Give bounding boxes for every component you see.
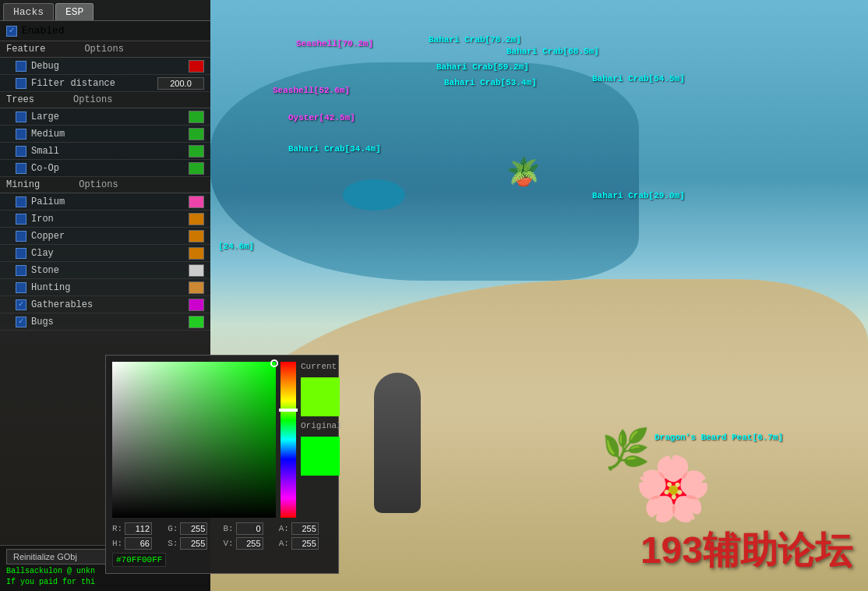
palium-color-box[interactable] — [189, 196, 204, 208]
original-swatch[interactable] — [301, 437, 340, 476]
trees-section-header: Trees Options — [0, 92, 210, 108]
debug-checkbox[interactable] — [16, 61, 26, 72]
clay-label: Clay — [31, 248, 184, 259]
hunting-color-box[interactable] — [189, 281, 204, 294]
current-swatch[interactable] — [301, 377, 340, 416]
bugs-row: Bugs — [0, 313, 210, 331]
feature-options-label: Options — [84, 44, 123, 55]
coop-row: Co-Op — [0, 160, 210, 177]
enabled-row: Enabled — [0, 21, 210, 41]
color-picker-popup: Current Original R: G: B: A: H: S: — [105, 355, 339, 574]
v-input[interactable] — [236, 537, 263, 550]
feature-section-header: Feature Options — [0, 41, 210, 58]
gatherables-label: Gatherables — [31, 299, 184, 310]
watermark: 193辅助论坛 — [640, 526, 852, 575]
character — [374, 373, 421, 513]
current-label: Current — [301, 362, 342, 371]
tab-esp[interactable]: ESP — [55, 3, 94, 20]
hue-strip[interactable] — [281, 362, 296, 518]
stone-row: Stone — [0, 262, 210, 279]
a1-value: A: — [279, 522, 332, 535]
color-picker-main: Current Original — [112, 362, 332, 518]
copper-color-box[interactable] — [189, 230, 204, 242]
coop-checkbox[interactable] — [16, 163, 26, 174]
enabled-label: Enabled — [22, 25, 65, 37]
hunting-label: Hunting — [31, 282, 184, 293]
small-color-box[interactable] — [189, 145, 204, 157]
mining-label: Mining — [6, 179, 40, 190]
debug-row: Debug — [0, 58, 210, 75]
bugs-color-box[interactable] — [189, 316, 204, 328]
coop-color-box[interactable] — [189, 162, 204, 175]
debug-label: Debug — [31, 61, 184, 72]
color-swatches: Current Original — [301, 362, 342, 518]
stone-checkbox[interactable] — [16, 265, 26, 276]
iron-row: Iron — [0, 211, 210, 228]
feature-label: Feature — [6, 44, 45, 55]
stone-label: Stone — [31, 265, 184, 276]
copper-label: Copper — [31, 231, 184, 242]
gradient-cursor — [270, 359, 278, 367]
filter-distance-label: Filter distance — [31, 78, 153, 89]
s-input[interactable] — [180, 537, 207, 550]
stone-color-box[interactable] — [189, 264, 204, 277]
gatherables-checkbox[interactable] — [16, 299, 26, 310]
gatherables-color-box[interactable] — [189, 299, 204, 311]
large-checkbox[interactable] — [16, 111, 26, 122]
large-row: Large — [0, 108, 210, 126]
plant-2: 🪴 — [506, 156, 541, 189]
gradient-box[interactable] — [112, 362, 276, 518]
clay-color-box[interactable] — [189, 247, 204, 260]
h-input[interactable] — [125, 537, 152, 550]
hex-value[interactable]: #70FF00FF — [112, 553, 166, 567]
copper-checkbox[interactable] — [16, 231, 26, 242]
g-input[interactable] — [180, 522, 207, 535]
tab-hacks[interactable]: Hacks — [3, 3, 54, 20]
iron-label: Iron — [31, 214, 184, 225]
water-decoration — [210, 62, 639, 281]
r-input[interactable] — [125, 522, 152, 535]
medium-row: Medium — [0, 126, 210, 143]
filter-distance-checkbox[interactable] — [16, 78, 26, 89]
gatherables-row: Gatherables — [0, 296, 210, 313]
medium-color-box[interactable] — [189, 128, 204, 140]
s-value: S: — [168, 537, 221, 550]
hunting-checkbox[interactable] — [16, 282, 26, 293]
trees-label: Trees — [6, 94, 34, 105]
iron-checkbox[interactable] — [16, 214, 26, 225]
large-color-box[interactable] — [189, 111, 204, 123]
bugs-label: Bugs — [31, 317, 184, 327]
palium-checkbox[interactable] — [16, 196, 26, 207]
clay-checkbox[interactable] — [16, 248, 26, 259]
plant-1: 🌿 — [602, 426, 650, 474]
large-label: Large — [31, 111, 184, 122]
hue-cursor — [279, 409, 298, 412]
filter-distance-input[interactable] — [157, 77, 204, 90]
tab-bar: Hacks ESP — [0, 0, 210, 21]
r-value: R: — [112, 522, 165, 535]
a2-value: A: — [279, 537, 332, 550]
b-value: B: — [224, 522, 277, 535]
a2-input[interactable] — [291, 537, 319, 550]
small-checkbox[interactable] — [16, 146, 26, 157]
g-value: G: — [168, 522, 221, 535]
iron-color-box[interactable] — [189, 213, 204, 225]
medium-checkbox[interactable] — [16, 129, 26, 140]
h-value: H: — [112, 537, 165, 550]
small-label: Small — [31, 146, 184, 157]
crab-decoration — [343, 179, 405, 211]
hunting-row: Hunting — [0, 279, 210, 296]
trees-options-label: Options — [73, 94, 112, 105]
enabled-checkbox[interactable] — [6, 26, 17, 37]
filter-distance-row: Filter distance — [0, 75, 210, 92]
color-values: R: G: B: A: H: S: V: A: — [112, 522, 332, 550]
debug-color-box[interactable] — [189, 60, 204, 73]
b-input[interactable] — [236, 522, 263, 535]
palium-label: Palium — [31, 196, 184, 207]
clay-row: Clay — [0, 245, 210, 262]
original-label: Original — [301, 421, 342, 430]
coop-label: Co-Op — [31, 163, 184, 174]
medium-label: Medium — [31, 129, 184, 140]
bugs-checkbox[interactable] — [16, 317, 26, 327]
a1-input[interactable] — [291, 522, 319, 535]
